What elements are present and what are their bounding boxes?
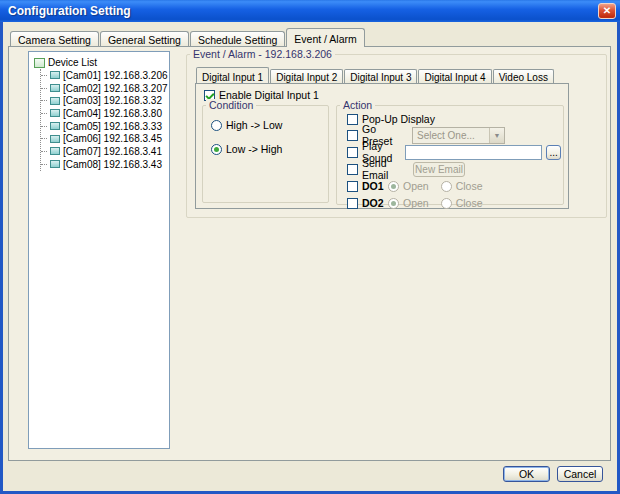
do2-open-label: Open bbox=[403, 197, 429, 209]
camera-icon bbox=[50, 84, 60, 92]
tree-root-device-list[interactable]: Device List bbox=[34, 56, 167, 69]
tree-item-label: [Cam08] 192.168.3.43 bbox=[63, 159, 162, 170]
send-email-checkbox[interactable] bbox=[347, 164, 358, 175]
event-alarm-group-title: Event / Alarm - 192.168.3.206 bbox=[190, 48, 335, 60]
dialog-body: Camera Setting General Setting Schedule … bbox=[3, 22, 617, 491]
tab-schedule-setting[interactable]: Schedule Setting bbox=[190, 31, 285, 47]
do2-checkbox[interactable] bbox=[347, 198, 358, 209]
tree-item-cam08[interactable]: [Cam08] 192.168.3.43 bbox=[41, 158, 167, 171]
tab-digital-input-4[interactable]: Digital Input 4 bbox=[418, 69, 491, 84]
camera-icon bbox=[50, 97, 60, 105]
do2-close-label: Close bbox=[456, 197, 483, 209]
ok-button[interactable]: OK bbox=[503, 466, 550, 482]
condition-low-high-row: Low -> High bbox=[211, 142, 282, 156]
go-preset-selected-value: Select One... bbox=[413, 130, 489, 141]
tree-item-cam02[interactable]: [Cam02] 192.168.3.207 bbox=[41, 82, 167, 95]
cancel-button[interactable]: Cancel bbox=[557, 466, 603, 482]
low-to-high-label: Low -> High bbox=[226, 143, 282, 155]
action-group-title: Action bbox=[340, 99, 375, 111]
high-to-low-radio[interactable] bbox=[211, 120, 222, 131]
tree-item-cam06[interactable]: [Cam06] 192.168.3.45 bbox=[41, 132, 167, 145]
do1-row: DO1 Open Close bbox=[347, 179, 483, 193]
window-title: Configuration Setting bbox=[0, 4, 131, 18]
tree-children: [Cam01] 192.168.3.206 [Cam02] 192.168.3.… bbox=[40, 69, 167, 171]
tab-digital-input-2[interactable]: Digital Input 2 bbox=[270, 69, 343, 84]
tree-connector bbox=[41, 138, 47, 139]
tree-item-label: [Cam04] 192.168.3.80 bbox=[63, 108, 162, 119]
digital-input-tab-strip: Digital Input 1 Digital Input 2 Digital … bbox=[196, 67, 555, 84]
close-icon[interactable]: ✕ bbox=[598, 3, 616, 19]
do1-open-radio[interactable] bbox=[388, 181, 399, 192]
tree-connector bbox=[41, 113, 47, 114]
tab-event-alarm[interactable]: Event / Alarm bbox=[286, 28, 364, 47]
go-preset-checkbox[interactable] bbox=[347, 130, 358, 141]
tree-connector bbox=[41, 126, 47, 127]
tab-general-setting[interactable]: General Setting bbox=[100, 31, 189, 47]
tree-item-cam05[interactable]: [Cam05] 192.168.3.33 bbox=[41, 120, 167, 133]
tree-item-label: [Cam01] 192.168.3.206 bbox=[63, 70, 168, 81]
condition-group: Condition High -> Low Low -> High bbox=[202, 105, 329, 203]
condition-high-low-row: High -> Low bbox=[211, 118, 282, 132]
tab-digital-input-1[interactable]: Digital Input 1 bbox=[196, 67, 269, 84]
go-preset-select: Select One... ▼ bbox=[412, 127, 505, 144]
send-email-row: Send Email New Email bbox=[347, 162, 465, 176]
new-email-button[interactable]: New Email bbox=[413, 162, 465, 177]
tree-item-cam03[interactable]: [Cam03] 192.168.3.32 bbox=[41, 94, 167, 107]
camera-icon bbox=[50, 122, 60, 130]
tree-item-label: [Cam03] 192.168.3.32 bbox=[63, 95, 162, 106]
configuration-setting-dialog: Configuration Setting ✕ Camera Setting G… bbox=[0, 0, 620, 494]
do2-row: DO2 Open Close bbox=[347, 196, 483, 210]
tab-camera-setting[interactable]: Camera Setting bbox=[10, 31, 99, 47]
device-list-panel[interactable]: Device List [Cam01] 192.168.3.206 [Cam02… bbox=[28, 51, 170, 449]
do1-label: DO1 bbox=[362, 180, 384, 192]
device-list-icon bbox=[34, 58, 45, 68]
tree-connector bbox=[41, 164, 47, 165]
high-to-low-label: High -> Low bbox=[226, 119, 282, 131]
popup-display-checkbox[interactable] bbox=[347, 114, 358, 125]
tree-connector bbox=[41, 151, 47, 152]
camera-icon bbox=[50, 109, 60, 117]
tree-connector bbox=[41, 88, 47, 89]
do2-label: DO2 bbox=[362, 197, 384, 209]
tree-item-label: [Cam02] 192.168.3.207 bbox=[63, 83, 168, 94]
title-bar[interactable]: Configuration Setting ✕ bbox=[0, 0, 620, 22]
digital-input-1-panel: Enable Digital Input 1 Condition High ->… bbox=[195, 83, 569, 209]
tab-digital-input-3[interactable]: Digital Input 3 bbox=[344, 69, 417, 84]
condition-group-title: Condition bbox=[206, 99, 256, 111]
event-alarm-group: Event / Alarm - 192.168.3.206 Digital In… bbox=[186, 54, 607, 218]
send-email-label: Send Email bbox=[362, 157, 409, 181]
do2-open-radio[interactable] bbox=[388, 198, 399, 209]
low-to-high-radio[interactable] bbox=[211, 144, 222, 155]
do2-close-radio[interactable] bbox=[441, 198, 452, 209]
outer-tab-strip: Camera Setting General Setting Schedule … bbox=[10, 28, 366, 47]
tab-video-loss[interactable]: Video Loss bbox=[493, 69, 554, 84]
tree-item-cam07[interactable]: [Cam07] 192.168.3.41 bbox=[41, 145, 167, 158]
do1-checkbox[interactable] bbox=[347, 181, 358, 192]
do1-open-label: Open bbox=[403, 180, 429, 192]
tree-item-label: [Cam05] 192.168.3.33 bbox=[63, 121, 162, 132]
tree-item-label: [Cam06] 192.168.3.45 bbox=[63, 133, 162, 144]
tree-connector bbox=[41, 100, 47, 101]
action-group: Action Pop-Up Display Go Preset Select O… bbox=[336, 105, 564, 205]
do1-close-label: Close bbox=[456, 180, 483, 192]
camera-icon bbox=[50, 147, 60, 155]
tree-root-label: Device List bbox=[48, 57, 97, 68]
tree-item-cam01[interactable]: [Cam01] 192.168.3.206 bbox=[41, 69, 167, 82]
play-sound-path-input[interactable] bbox=[405, 145, 542, 160]
browse-button[interactable]: ... bbox=[546, 145, 561, 160]
tree-item-label: [Cam07] 192.168.3.41 bbox=[63, 146, 162, 157]
camera-icon bbox=[50, 71, 60, 79]
do1-close-radio[interactable] bbox=[441, 181, 452, 192]
chevron-down-icon: ▼ bbox=[489, 128, 504, 143]
camera-icon bbox=[50, 160, 60, 168]
tree-item-cam04[interactable]: [Cam04] 192.168.3.80 bbox=[41, 107, 167, 120]
camera-icon bbox=[50, 135, 60, 143]
play-sound-checkbox[interactable] bbox=[347, 147, 358, 158]
tree-connector bbox=[41, 75, 47, 76]
